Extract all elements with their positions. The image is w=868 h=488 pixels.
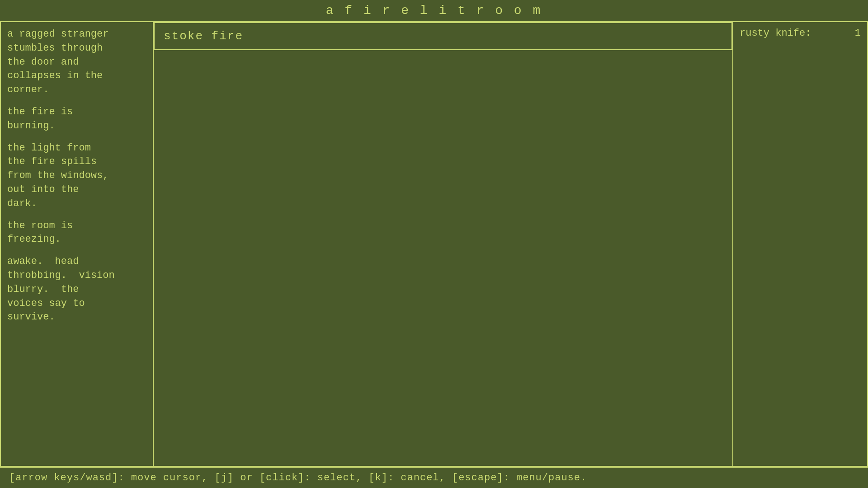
item-quantity: 1 [855, 28, 861, 39]
main-area: a ragged stranger stumbles through the d… [0, 21, 868, 467]
center-content [154, 50, 732, 466]
item-name: rusty knife: [740, 28, 811, 39]
narrative-paragraph: a ragged stranger stumbles through the d… [7, 28, 146, 97]
inventory-panel: rusty knife:1 [732, 21, 868, 467]
narrative-paragraph: the room is freezing. [7, 219, 146, 247]
status-bar: [arrow keys/wasd]: move cursor, [j] or [… [0, 467, 868, 488]
game-title: a f i r e l i t r o o m [0, 0, 868, 21]
narrative-panel: a ragged stranger stumbles through the d… [0, 21, 154, 467]
narrative-paragraph: the light from the fire spills from the … [7, 141, 146, 211]
inventory-item: rusty knife:1 [740, 28, 861, 39]
narrative-paragraph: the fire is burning. [7, 105, 146, 133]
narrative-paragraph: awake. head throbbing. vision blurry. th… [7, 255, 146, 324]
action-box[interactable]: stoke fire [154, 22, 732, 50]
center-panel: stoke fire [154, 21, 732, 467]
